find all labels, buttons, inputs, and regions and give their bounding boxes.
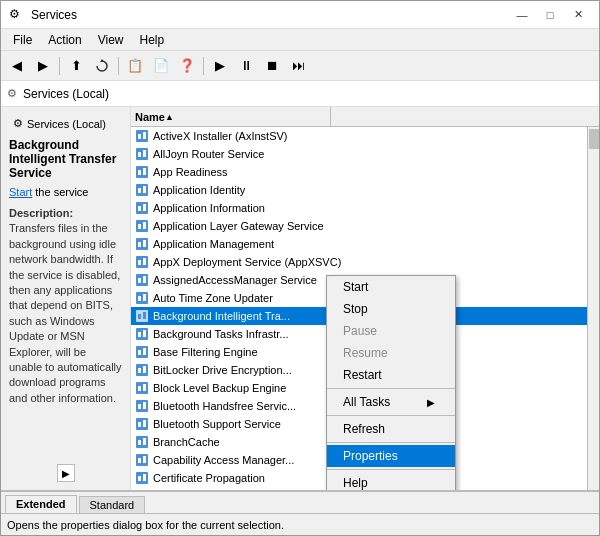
ctx-start[interactable]: Start: [327, 276, 455, 298]
svg-rect-28: [136, 292, 148, 304]
svg-rect-59: [138, 476, 141, 481]
menu-view[interactable]: View: [90, 31, 132, 49]
start-service-link[interactable]: Start: [9, 186, 32, 198]
ctx-all-tasks[interactable]: All Tasks ▶: [327, 391, 455, 413]
export-button[interactable]: 📋: [123, 55, 147, 77]
svg-rect-25: [136, 274, 148, 286]
desc-text: Transfers files in the background using …: [9, 222, 122, 403]
nav-icon: ⚙: [13, 117, 23, 130]
svg-rect-2: [138, 134, 141, 139]
left-nav-section: ⚙ Services (Local): [9, 115, 122, 132]
close-button[interactable]: ✕: [565, 5, 591, 25]
list-item[interactable]: ActiveX Installer (AxInstSV): [131, 127, 599, 145]
svg-rect-21: [143, 240, 146, 247]
properties-button[interactable]: 📄: [149, 55, 173, 77]
ctx-refresh[interactable]: Refresh: [327, 418, 455, 440]
toolbar-separator-2: [118, 57, 119, 75]
menu-file[interactable]: File: [5, 31, 40, 49]
ctx-pause[interactable]: Pause: [327, 320, 455, 342]
svg-rect-57: [143, 456, 146, 463]
svg-rect-11: [138, 188, 141, 193]
svg-rect-18: [143, 222, 146, 229]
title-controls: — □ ✕: [509, 5, 591, 25]
forward-button[interactable]: ▶: [31, 55, 55, 77]
toolbar: ◀ ▶ ⬆ 📋 📄 ❓ ▶ ⏸ ⏹ ⏭: [1, 51, 599, 81]
list-item[interactable]: App Readiness: [131, 163, 599, 181]
ctx-arrow-icon: ▶: [427, 397, 435, 408]
scrollbar-thumb[interactable]: [589, 129, 599, 149]
left-nav-services[interactable]: ⚙ Services (Local): [9, 115, 122, 132]
ctx-help[interactable]: Help: [327, 472, 455, 490]
service-title: Background Intelligent Transfer Service: [9, 138, 122, 180]
svg-rect-54: [143, 438, 146, 445]
svg-rect-36: [143, 330, 146, 337]
list-item[interactable]: AppX Deployment Service (AppXSVC): [131, 253, 599, 271]
up-button[interactable]: ⬆: [64, 55, 88, 77]
svg-rect-52: [136, 436, 148, 448]
tab-extended[interactable]: Extended: [5, 495, 77, 513]
svg-rect-22: [136, 256, 148, 268]
status-bar: Opens the properties dialog box for the …: [1, 513, 599, 535]
list-item[interactable]: Application Management: [131, 235, 599, 253]
svg-rect-23: [138, 260, 141, 265]
svg-rect-46: [136, 400, 148, 412]
svg-rect-34: [136, 328, 148, 340]
minimize-button[interactable]: —: [509, 5, 535, 25]
svg-rect-58: [136, 472, 148, 484]
scrollbar[interactable]: [587, 127, 599, 490]
svg-rect-39: [143, 348, 146, 355]
menu-help[interactable]: Help: [132, 31, 173, 49]
svg-rect-8: [138, 170, 141, 175]
play-button[interactable]: ▶: [208, 55, 232, 77]
svg-rect-55: [136, 454, 148, 466]
svg-rect-35: [138, 332, 141, 337]
address-text: Services (Local): [23, 87, 109, 101]
service-info: Background Intelligent Transfer Service …: [9, 138, 122, 406]
ctx-restart[interactable]: Restart: [327, 364, 455, 386]
list-item[interactable]: Application Information: [131, 199, 599, 217]
services-window: ⚙ Services — □ ✕ File Action View Help ◀…: [0, 0, 600, 536]
svg-rect-16: [136, 220, 148, 232]
tabs-bar: Extended Standard: [1, 491, 599, 513]
ctx-properties[interactable]: Properties: [327, 445, 455, 467]
svg-rect-30: [143, 294, 146, 301]
svg-rect-51: [143, 420, 146, 427]
tab-standard[interactable]: Standard: [79, 496, 146, 513]
svg-rect-19: [136, 238, 148, 250]
refresh-button[interactable]: [90, 55, 114, 77]
maximize-button[interactable]: □: [537, 5, 563, 25]
svg-rect-41: [138, 368, 141, 373]
list-item[interactable]: Application Layer Gateway Service: [131, 217, 599, 235]
list-item[interactable]: Application Identity: [131, 181, 599, 199]
svg-rect-43: [136, 382, 148, 394]
svg-rect-10: [136, 184, 148, 196]
expand-button[interactable]: ▶: [57, 464, 75, 482]
svg-rect-47: [138, 404, 141, 409]
svg-rect-49: [136, 418, 148, 430]
svg-rect-4: [136, 148, 148, 160]
ctx-stop[interactable]: Stop: [327, 298, 455, 320]
svg-rect-38: [138, 350, 141, 355]
menu-action[interactable]: Action: [40, 31, 89, 49]
svg-rect-27: [143, 276, 146, 283]
list-item[interactable]: AllJoyn Router Service: [131, 145, 599, 163]
svg-rect-37: [136, 346, 148, 358]
svg-rect-26: [138, 278, 141, 283]
context-menu: Start Stop Pause Resume Restart All Task…: [326, 275, 456, 490]
stop-button[interactable]: ⏹: [260, 55, 284, 77]
service-description: Description: Transfers files in the back…: [9, 206, 122, 406]
svg-rect-44: [138, 386, 141, 391]
col-header-name[interactable]: Name ▲: [131, 107, 331, 126]
ctx-separator-2: [327, 415, 455, 416]
svg-rect-31: [136, 310, 148, 322]
pause-button[interactable]: ⏸: [234, 55, 258, 77]
ctx-resume[interactable]: Resume: [327, 342, 455, 364]
toolbar-separator-1: [59, 57, 60, 75]
back-button[interactable]: ◀: [5, 55, 29, 77]
svg-rect-60: [143, 474, 146, 481]
restart-button[interactable]: ⏭: [286, 55, 310, 77]
svg-rect-48: [143, 402, 146, 409]
svg-rect-20: [138, 242, 141, 247]
svg-rect-13: [136, 202, 148, 214]
help-toolbar-button[interactable]: ❓: [175, 55, 199, 77]
